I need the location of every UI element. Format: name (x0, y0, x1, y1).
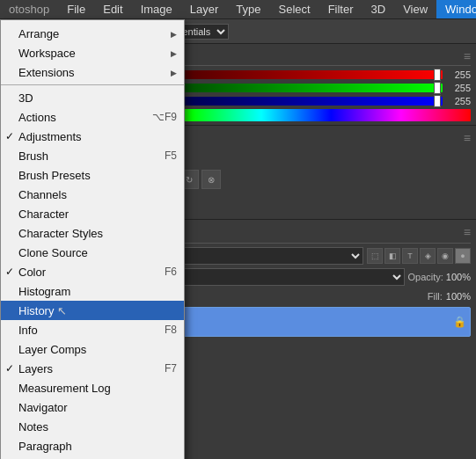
character-label: Character (18, 208, 69, 221)
notes-label: Notes (18, 420, 48, 434)
menu-item-paragraph-styles[interactable]: Paragraph Styles (1, 455, 184, 459)
channels-label: Channels (18, 188, 67, 201)
menu-3d[interactable]: 3D (362, 0, 395, 18)
menu-item-clone-source[interactable]: Clone Source (1, 243, 184, 262)
navigator-label: Navigator (18, 401, 68, 414)
layer-filter-icons: ⬚ ◧ T ◈ ◉ ● (367, 248, 471, 264)
3d-label: 3D (18, 91, 33, 105)
blue-value: 255 (446, 96, 471, 106)
fill-value: 100% (446, 291, 471, 302)
menu-item-adjustments[interactable]: ✓ Adjustments (1, 127, 184, 146)
layer-comps-label: Layer Comps (18, 343, 86, 356)
menu-item-info[interactable]: Info F8 (1, 320, 184, 339)
color-check: ✓ (5, 266, 14, 278)
opacity-value: 100% (446, 272, 471, 282)
adj-blackwhite-icon[interactable]: ⊗ (201, 170, 221, 189)
arrange-label: Arrange (18, 27, 59, 40)
color-label: Color (18, 266, 46, 279)
menu-item-history[interactable]: History ↖ (1, 301, 184, 320)
arrange-arrow (171, 29, 177, 39)
menu-bar: otoshop File Edit Image Layer Type Selec… (0, 0, 476, 19)
menu-item-brush[interactable]: Brush F5 (1, 146, 184, 165)
character-styles-label: Character Styles (18, 227, 103, 240)
menu-item-workspace[interactable]: Workspace (1, 43, 184, 62)
menu-item-character-styles[interactable]: Character Styles (1, 223, 184, 243)
main-area: M ✦ ⬚ ◉ ✂ ⊕ 🖌 A Color Swatches ≡ (0, 44, 476, 459)
fill-label: Fill: (428, 291, 443, 302)
clone-source-label: Clone Source (18, 246, 88, 259)
menu-filter[interactable]: Filter (319, 0, 362, 18)
dropdown-menu: Arrange Workspace Extensions 3D Actions … (0, 19, 185, 459)
layers-check: ✓ (5, 362, 14, 375)
layers-panel-options[interactable]: ≡ (464, 225, 471, 239)
actions-label: Actions (18, 111, 56, 124)
extensions-arrow (171, 68, 177, 77)
menu-layer[interactable]: Layer (181, 0, 228, 18)
smart-filter-icon[interactable]: ◉ (437, 248, 453, 264)
info-label: Info (18, 324, 38, 337)
blue-thumb[interactable] (434, 95, 441, 107)
opacity-label: Opacity: (408, 272, 443, 282)
menu-select[interactable]: Select (269, 0, 319, 18)
workspace-label: Workspace (18, 47, 76, 60)
menu-edit[interactable]: Edit (94, 0, 131, 18)
layer-lock-icon: 🔒 (453, 316, 466, 328)
panel-options-icon[interactable]: ≡ (464, 49, 471, 63)
extensions-label: Extensions (18, 66, 75, 79)
app-name: otoshop (0, 3, 58, 16)
menu-image[interactable]: Image (132, 0, 181, 18)
menu-item-character[interactable]: Character (1, 204, 184, 223)
window-menu-dropdown: Arrange Workspace Extensions 3D Actions … (0, 19, 185, 459)
info-shortcut: F8 (165, 324, 177, 336)
green-value: 255 (446, 83, 471, 93)
menu-item-layer-comps[interactable]: Layer Comps (1, 339, 184, 359)
cursor-indicator: ↖ (57, 304, 67, 317)
histogram-label: Histogram (18, 285, 70, 298)
menu-item-navigator[interactable]: Navigator (1, 397, 184, 417)
actions-shortcut: ⌥F9 (152, 111, 177, 123)
menu-item-brush-presets[interactable]: Brush Presets (1, 165, 184, 185)
adjust-filter-icon[interactable]: ◧ (384, 248, 400, 264)
menu-type[interactable]: Type (227, 0, 269, 18)
menu-item-3d[interactable]: 3D (1, 88, 184, 107)
adjustments-check: ✓ (5, 130, 14, 142)
red-value: 255 (446, 69, 471, 80)
menu-item-notes[interactable]: Notes (1, 417, 184, 436)
menu-item-arrange[interactable]: Arrange (1, 24, 184, 43)
menu-file[interactable]: File (58, 0, 94, 18)
menu-view[interactable]: View (394, 0, 436, 18)
divider-1 (1, 84, 184, 85)
menu-item-paragraph[interactable]: Paragraph (1, 436, 184, 455)
workspace-arrow (171, 48, 177, 58)
pixel-filter-icon[interactable]: ⬚ (367, 248, 383, 264)
brush-shortcut: F5 (165, 149, 177, 162)
layers-shortcut: F7 (165, 362, 177, 375)
green-thumb[interactable] (434, 82, 441, 94)
red-thumb[interactable] (434, 69, 441, 81)
brush-presets-label: Brush Presets (18, 169, 91, 182)
menu-item-layers[interactable]: ✓ Layers F7 (1, 359, 184, 378)
brush-label: Brush (18, 149, 48, 163)
menu-item-channels[interactable]: Channels (1, 185, 184, 204)
menu-item-extensions[interactable]: Extensions (1, 62, 184, 82)
menu-item-actions[interactable]: Actions ⌥F9 (1, 107, 184, 127)
menu-window[interactable]: Window (436, 0, 476, 18)
shape-filter-icon[interactable]: ◈ (420, 248, 436, 264)
type-filter-icon[interactable]: T (402, 248, 418, 264)
color-shortcut: F6 (165, 266, 177, 278)
menu-item-measurement-log[interactable]: Measurement Log (1, 378, 184, 397)
adjustments-label: Adjustments (18, 130, 82, 143)
history-label: History (18, 304, 54, 317)
measurement-log-label: Measurement Log (18, 382, 111, 395)
opacity-row: Opacity: 100% (408, 272, 472, 282)
layers-label: Layers (18, 362, 53, 375)
menu-item-color[interactable]: ✓ Color F6 (1, 262, 184, 281)
paragraph-label: Paragraph (18, 440, 72, 453)
adj-panel-options[interactable]: ≡ (464, 131, 471, 145)
toggle-filter-icon[interactable]: ● (455, 248, 471, 264)
menu-item-histogram[interactable]: Histogram (1, 281, 184, 301)
